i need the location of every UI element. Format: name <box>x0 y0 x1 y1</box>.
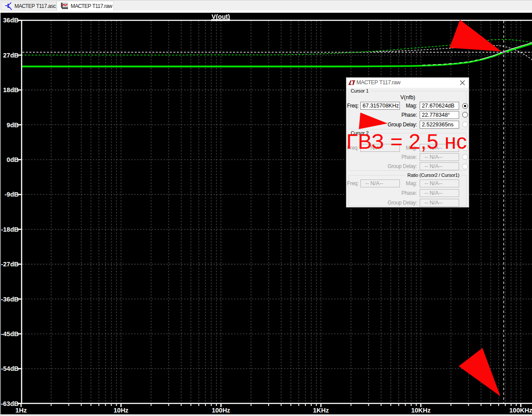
svg-text:V(out): V(out) <box>212 13 230 20</box>
svg-text:1KHz: 1KHz <box>313 407 329 414</box>
svg-text:18dB: 18dB <box>3 86 18 93</box>
svg-text:-54dB: -54dB <box>1 365 18 372</box>
svg-text:100Hz: 100Hz <box>212 407 230 414</box>
svg-text:-45dB: -45dB <box>1 330 18 337</box>
svg-text:-63dB: -63dB <box>1 400 18 407</box>
svg-text:10KHz: 10KHz <box>411 407 431 414</box>
svg-text:1Hz: 1Hz <box>15 407 27 414</box>
svg-text:-27dB: -27dB <box>1 261 18 268</box>
svg-text:0dB: 0dB <box>7 156 18 163</box>
svg-text:-9dB: -9dB <box>4 191 18 198</box>
svg-text:-36dB: -36dB <box>1 296 18 303</box>
svg-text:27dB: 27dB <box>3 52 18 59</box>
svg-text:-18dB: -18dB <box>1 226 18 233</box>
svg-text:36dB: 36dB <box>3 17 18 24</box>
svg-text:10Hz: 10Hz <box>114 407 129 414</box>
svg-text:9dB: 9dB <box>7 122 18 129</box>
svg-text:100KHz: 100KHz <box>509 407 532 414</box>
